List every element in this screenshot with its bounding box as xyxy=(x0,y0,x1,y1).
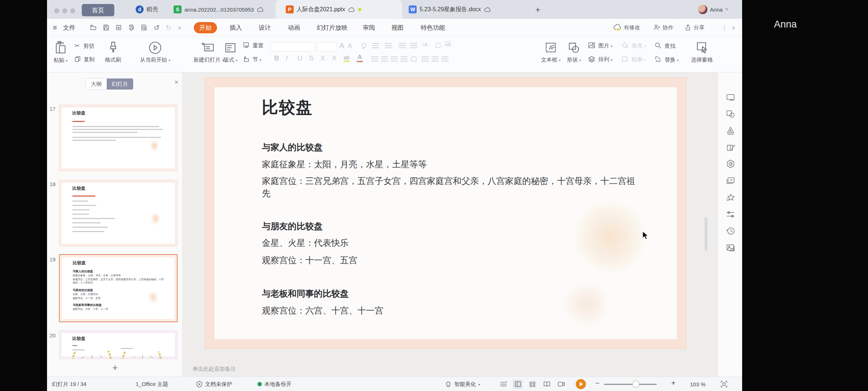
slide-thumbnail-20[interactable]: 比较盘 xyxy=(59,330,178,359)
reset-button[interactable]: 重置 xyxy=(243,42,263,49)
selection-pane-button[interactable]: 选择窗格 xyxy=(686,41,718,63)
subscript-button[interactable]: X xyxy=(332,54,337,62)
justify-button[interactable] xyxy=(400,56,408,62)
slide-19-editor[interactable]: 比较盘 与家人的比较盘 家庭征象星：太阳，月亮，水星，土星等等 家庭宫位：三宫兄… xyxy=(205,77,686,349)
zoom-slider-knob[interactable] xyxy=(632,381,639,388)
ribbon-tab-insert[interactable]: 插入 xyxy=(230,19,242,36)
slideshow-tool-icon[interactable] xyxy=(726,92,736,102)
play-slideshow-button[interactable] xyxy=(576,379,586,389)
highlight-button[interactable]: ab xyxy=(344,54,350,62)
tab-outline[interactable]: 大纲 xyxy=(86,79,107,89)
slide-heading[interactable]: 与老板和同事的比较盘 xyxy=(262,288,349,299)
print-preview-button[interactable] xyxy=(140,19,148,36)
underline-button[interactable]: U xyxy=(297,54,302,62)
slide-heading[interactable]: 与朋友的比较盘 xyxy=(262,220,323,232)
quick-access-caret[interactable]: ∨ xyxy=(178,19,182,36)
zoom-slider-track[interactable] xyxy=(604,384,657,385)
picture-button[interactable]: 图片 xyxy=(588,42,612,49)
align-center-button[interactable] xyxy=(381,56,388,62)
paste-button[interactable]: 粘贴 xyxy=(54,41,68,64)
copy-button[interactable]: 复制 xyxy=(75,56,94,63)
arrange-button[interactable]: 排列 xyxy=(588,56,612,63)
slides-stack-icon[interactable] xyxy=(726,176,736,186)
font-name-select[interactable] xyxy=(271,42,315,51)
theme-name[interactable]: 1_Office 主题 xyxy=(136,377,168,391)
font-size-select[interactable] xyxy=(318,42,336,51)
wordart-tool-icon[interactable]: A xyxy=(726,126,736,136)
tab-slides-active[interactable]: 幻灯片 xyxy=(107,79,133,89)
char-spacing-button[interactable]: AB xyxy=(445,42,451,47)
text-box-button[interactable]: A 文本框 xyxy=(538,41,563,63)
slide-paragraph[interactable]: 金星、火星：代表快乐 xyxy=(262,237,642,249)
vertical-scrollbar[interactable] xyxy=(705,217,707,251)
slide-paragraph[interactable]: 家庭宫位：三宫兄弟宫，五宫子女宫，四宫家庭宫和父亲，八宫家庭的秘密，十宫母亲，十… xyxy=(262,175,642,199)
protection-status[interactable]: 文档未保护 xyxy=(196,377,232,391)
ribbon-tab-features[interactable]: 特色功能 xyxy=(421,19,445,36)
fill-button-disabled[interactable]: 填充 xyxy=(621,42,646,49)
ribbon-tab-slideshow[interactable]: 幻灯片放映 xyxy=(317,19,348,36)
more-options-button[interactable]: ⋮ xyxy=(721,19,727,36)
replace-button[interactable]: AB 替换 xyxy=(655,56,678,63)
bold-button[interactable]: B xyxy=(274,54,279,62)
backup-status[interactable]: 本地备份开 xyxy=(258,377,292,391)
account-menu[interactable]: Anna ✎ xyxy=(698,4,729,14)
tab-presentation-doc-active[interactable]: P 人际合盘2021.pptx xyxy=(276,0,402,19)
ribbon-tab-view[interactable]: 视图 xyxy=(391,19,404,36)
play-from-current-button[interactable]: 从当前开始 xyxy=(133,41,178,63)
zoom-percentage[interactable]: 103 % xyxy=(690,377,706,391)
collapse-ribbon-button[interactable]: ∧ xyxy=(732,19,735,36)
tab-word-doc[interactable]: W 5.23-5.29星象报告.docx xyxy=(409,0,491,19)
open-button[interactable] xyxy=(90,19,97,36)
outline-button-disabled[interactable]: 轮廓 xyxy=(621,56,646,63)
ribbon-tab-design[interactable]: 设计 xyxy=(259,19,271,36)
share-button[interactable]: 分享 xyxy=(684,19,705,36)
add-slide-button[interactable]: + xyxy=(107,362,123,373)
redo-button-disabled[interactable]: ↻ xyxy=(166,19,171,36)
grow-font-button[interactable]: A xyxy=(339,41,344,50)
columns-button[interactable] xyxy=(422,56,429,62)
effects-star-icon[interactable] xyxy=(726,193,736,203)
clear-format-button[interactable] xyxy=(360,42,367,51)
collaborate-button[interactable]: 协作 xyxy=(653,19,673,36)
numbered-list-button[interactable] xyxy=(385,43,392,48)
strikethrough-button[interactable]: S xyxy=(309,54,314,62)
cut-button[interactable]: ✂ 剪切 xyxy=(75,42,94,50)
slide-paragraph[interactable]: 观察宫位：十一宫、五宫 xyxy=(262,254,642,266)
bullet-list-button[interactable] xyxy=(372,43,379,48)
align-right-button[interactable] xyxy=(391,56,398,62)
slide-thumbnail-18[interactable]: 比较盘 xyxy=(59,180,178,247)
modified-status-button[interactable]: 有修改 xyxy=(613,19,640,36)
window-minimize-button[interactable] xyxy=(62,8,67,13)
smart-beautify-button[interactable]: 智能美化 ▴ xyxy=(445,377,480,391)
slide-thumbnail-19-selected[interactable]: 比较盘 与家人的比较盘 家庭征象星：太阳，月亮，水星，土星等等 家庭宫位：三宫兄… xyxy=(59,254,178,322)
hamburger-menu-button[interactable]: ≡ xyxy=(53,19,57,36)
slide-title[interactable]: 比较盘 xyxy=(262,97,313,118)
italic-button[interactable]: I xyxy=(286,54,288,62)
format-painter-button[interactable]: 格式刷 xyxy=(105,41,121,63)
fit-slide-button[interactable] xyxy=(720,381,728,389)
ribbon-tab-review[interactable]: 审阅 xyxy=(363,19,375,36)
find-button[interactable]: 查找 xyxy=(655,42,675,50)
line-spacing-button[interactable]: ↕A xyxy=(422,41,427,47)
window-close-button[interactable] xyxy=(54,8,59,13)
ribbon-tab-start-active[interactable]: 开始 xyxy=(194,22,217,33)
shapes-tool-icon[interactable] xyxy=(726,109,736,119)
image-tool-icon[interactable] xyxy=(726,243,736,253)
smart-beautify-icon[interactable] xyxy=(726,159,736,169)
view-notes-toggle[interactable] xyxy=(498,379,508,389)
slide-editing-canvas[interactable]: 比较盘 与家人的比较盘 家庭征象星：太阳，月亮，水星，土星等等 家庭宫位：三宫兄… xyxy=(183,72,718,377)
shapes-button[interactable]: 形状 xyxy=(563,41,585,63)
section-button[interactable]: 节 xyxy=(243,56,261,63)
tab-home[interactable]: 首页 xyxy=(82,4,114,16)
menu-file[interactable]: 文件 xyxy=(63,19,75,36)
list-settings-button[interactable] xyxy=(431,56,439,62)
zoom-in-button[interactable]: + xyxy=(671,379,676,387)
design-tools-icon[interactable] xyxy=(726,142,736,152)
notes-placeholder[interactable]: 单击此处添加备注 xyxy=(192,366,236,373)
ribbon-tab-animation[interactable]: 动画 xyxy=(288,19,300,36)
history-icon[interactable] xyxy=(726,226,736,236)
zoom-out-button[interactable]: − xyxy=(595,379,600,387)
print-button[interactable] xyxy=(128,19,135,36)
save-button[interactable] xyxy=(102,19,110,36)
view-normal-active[interactable] xyxy=(513,379,523,389)
